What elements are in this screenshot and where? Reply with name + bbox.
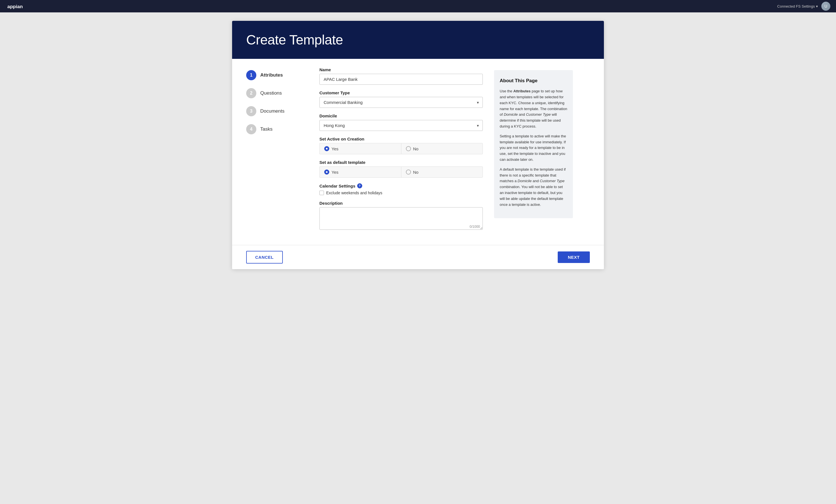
name-input[interactable] [319, 74, 483, 85]
chevron-down-icon: ▾ [816, 4, 818, 8]
modal-body: 1 Attributes 2 Questions 3 Documents [232, 59, 604, 245]
description-field-group: Description 0/1000 [319, 201, 483, 231]
domicile-select-wrapper: Hong Kong Singapore London New York Toky… [319, 120, 483, 131]
exclude-weekends-label: Exclude weekends and holidays [326, 191, 382, 195]
set-default-label: Set as default template [319, 160, 483, 165]
step-3-circle: 3 [246, 106, 256, 116]
step-1-number: 1 [250, 73, 253, 78]
modal-header: Create Template [232, 21, 604, 59]
calendar-settings-label: Calendar Settings [319, 183, 356, 188]
avatar-image: U [821, 2, 830, 11]
set-active-no-radio[interactable] [406, 146, 411, 151]
step-3-label: Documents [260, 109, 284, 114]
step-2-circle: 2 [246, 88, 256, 98]
next-button[interactable]: NEXT [558, 251, 590, 263]
step-3-documents[interactable]: 3 Documents [246, 106, 308, 116]
step-4-number: 4 [250, 127, 253, 132]
set-default-yes-radio[interactable] [324, 170, 329, 175]
description-textarea[interactable] [319, 207, 483, 230]
about-paragraph-1: Use the Attributes page to set up how an… [500, 89, 567, 130]
modal-footer: CANCEL NEXT [232, 245, 604, 269]
step-1-circle: 1 [246, 70, 256, 80]
calendar-settings-label-row: Calendar Settings ? [319, 183, 483, 188]
settings-menu[interactable]: Connected FS Settings ▾ [777, 4, 818, 8]
set-default-radio-group: Yes No [319, 167, 483, 178]
description-char-count: 0/1000 [470, 225, 480, 229]
step-4-circle: 4 [246, 124, 256, 134]
appian-logo: appian [6, 2, 28, 10]
set-active-label: Set Active on Creation [319, 137, 483, 141]
domicile-label: Domicile [319, 114, 483, 118]
step-1-label: Attributes [260, 72, 283, 78]
svg-text:appian: appian [7, 4, 23, 9]
step-4-tasks[interactable]: 4 Tasks [246, 124, 308, 134]
customer-type-label: Customer Type [319, 90, 483, 95]
about-paragraph-2: Setting a template to active will make t… [500, 133, 567, 163]
set-default-no-option[interactable]: No [401, 167, 483, 178]
set-default-yes-option[interactable]: Yes [319, 167, 401, 178]
name-field-group: Name [319, 67, 483, 85]
customer-type-select[interactable]: Commercial Banking Retail Banking Invest… [319, 97, 483, 108]
topbar: appian Connected FS Settings ▾ U [0, 0, 836, 13]
set-active-field-group: Set Active on Creation Yes No [319, 137, 483, 154]
step-2-label: Questions [260, 90, 282, 96]
step-1-attributes[interactable]: 1 Attributes [246, 70, 308, 80]
set-active-yes-label: Yes [331, 147, 338, 151]
step-4-label: Tasks [260, 127, 272, 132]
cancel-button[interactable]: CANCEL [246, 251, 283, 264]
description-label: Description [319, 201, 483, 206]
about-title: About This Page [500, 77, 567, 84]
domicile-field-group: Domicile Hong Kong Singapore London New … [319, 114, 483, 131]
exclude-weekends-checkbox[interactable] [319, 191, 324, 195]
calendar-settings-field-group: Calendar Settings ? Exclude weekends and… [319, 183, 483, 195]
set-active-yes-radio[interactable] [324, 146, 329, 151]
step-2-questions[interactable]: 2 Questions [246, 88, 308, 98]
steps-sidebar: 1 Attributes 2 Questions 3 Documents [246, 67, 308, 236]
customer-type-select-wrapper: Commercial Banking Retail Banking Invest… [319, 97, 483, 108]
help-icon-text: ? [359, 184, 361, 188]
exclude-weekends-group: Exclude weekends and holidays [319, 191, 483, 195]
domicile-select[interactable]: Hong Kong Singapore London New York Toky… [319, 120, 483, 131]
settings-label: Connected FS Settings [777, 4, 815, 8]
about-panel: About This Page Use the Attributes page … [494, 70, 573, 218]
step-3-number: 3 [250, 109, 253, 114]
set-default-no-radio[interactable] [406, 170, 411, 175]
name-label: Name [319, 67, 483, 72]
form-area: Name Customer Type Commercial Banking Re… [319, 67, 483, 236]
set-active-yes-option[interactable]: Yes [319, 143, 401, 154]
calendar-help-icon[interactable]: ? [357, 183, 362, 188]
customer-type-field-group: Customer Type Commercial Banking Retail … [319, 90, 483, 108]
set-default-yes-label: Yes [331, 170, 338, 175]
avatar[interactable]: U [821, 2, 830, 11]
set-active-no-option[interactable]: No [401, 143, 483, 154]
description-textarea-wrapper: 0/1000 [319, 207, 483, 231]
about-paragraph-3: A default template is the template used … [500, 167, 567, 208]
page-title: Create Template [246, 32, 590, 47]
set-active-radio-group: Yes No [319, 143, 483, 154]
page-wrapper: Create Template 1 Attributes 2 Questions [0, 0, 836, 504]
topbar-right: Connected FS Settings ▾ U [777, 2, 830, 11]
avatar-initial: U [824, 4, 827, 8]
set-default-no-label: No [413, 170, 419, 175]
set-active-no-label: No [413, 147, 419, 151]
set-default-field-group: Set as default template Yes No [319, 160, 483, 178]
step-2-number: 2 [250, 91, 253, 96]
modal-card: Create Template 1 Attributes 2 Questions [232, 21, 604, 269]
